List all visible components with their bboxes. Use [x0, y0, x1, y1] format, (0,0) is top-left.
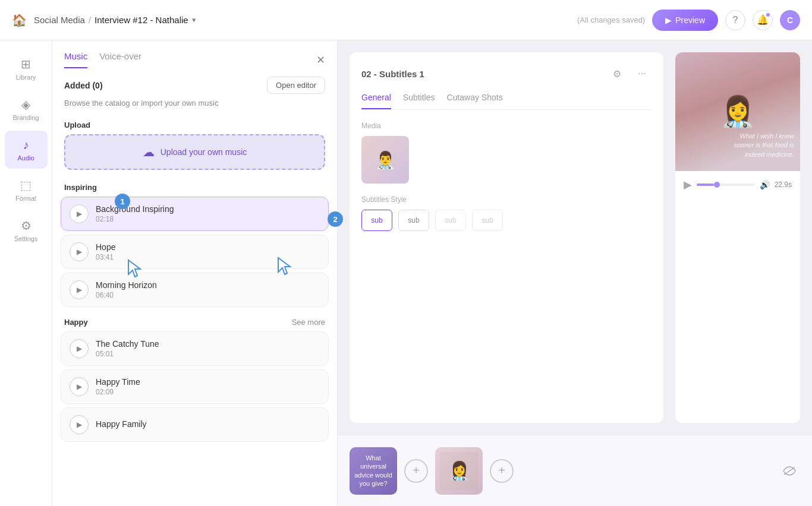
panel-tabs: Music Voice-over — [64, 51, 141, 68]
music-name-hope: Hope — [96, 242, 320, 252]
sidebar-item-format[interactable]: ⬚ Format — [5, 171, 48, 209]
library-icon: ⊞ — [21, 57, 31, 71]
avatar[interactable]: C — [780, 10, 800, 30]
more-options-button[interactable]: ··· — [632, 64, 652, 83]
inspiring-music-list: ▶ Background Inspiring 02:18 ▶ Hope 03:4… — [52, 197, 337, 307]
timeline-add-button-2[interactable]: + — [490, 459, 514, 483]
media-thumbnail[interactable]: 👨‍⚕️ — [361, 136, 409, 184]
happy-section-label: Happy — [64, 318, 88, 327]
tab-subtitles[interactable]: Subtitles — [403, 93, 435, 109]
preview-time: 22.9s — [775, 181, 792, 189]
play-button-happy-time[interactable]: ▶ — [70, 377, 89, 396]
music-info-happy-family: Happy Family — [96, 419, 320, 430]
music-info-morning-horizon: Morning Horizon 06:40 — [96, 280, 320, 299]
preview-play-button[interactable]: ▶ — [684, 178, 692, 191]
music-name-catchy-tune: The Catchy Tune — [96, 339, 320, 349]
play-button-happy-family[interactable]: ▶ — [70, 415, 89, 434]
content-area: 02 - Subtitles 1 ⚙ ··· General Subtitles… — [338, 40, 812, 506]
play-button-background-inspiring[interactable]: ▶ — [70, 204, 89, 223]
content-left-header: 02 - Subtitles 1 ⚙ ··· — [361, 64, 652, 83]
volume-icon[interactable]: 🔊 — [760, 180, 770, 189]
timeline-add-button-1[interactable]: + — [404, 459, 428, 483]
subtitle-options: sub sub sub sub — [361, 210, 652, 231]
notifications-button[interactable]: 🔔 — [753, 10, 773, 30]
open-editor-button[interactable]: Open editor — [267, 77, 325, 94]
sidebar: ⊞ Library ◈ Branding ♪ Audio ⬚ Format ⚙ … — [0, 40, 52, 506]
sidebar-item-audio-label: Audio — [17, 154, 34, 162]
see-more-button[interactable]: See more — [292, 318, 325, 327]
inspiring-section-label: Inspiring — [64, 183, 97, 192]
topbar: 🏠 Social Media / Interview #12 - Nathali… — [0, 0, 812, 40]
sidebar-item-settings[interactable]: ⚙ Settings — [5, 211, 48, 249]
play-button-morning-horizon[interactable]: ▶ — [70, 280, 89, 299]
breadcrumb-current[interactable]: Interview #12 - Nathalie — [95, 15, 188, 25]
subtitle-option-2[interactable]: sub — [398, 210, 429, 231]
timeline: What universal advice would you give? + … — [338, 435, 812, 506]
audio-icon: ♪ — [23, 138, 29, 152]
content-panel-title: 02 - Subtitles 1 — [361, 69, 424, 79]
added-label: Added (0) — [64, 81, 103, 90]
sidebar-item-audio[interactable]: ♪ Audio — [5, 131, 48, 169]
panel-close-button[interactable]: ✕ — [316, 53, 325, 67]
music-name-morning-horizon: Morning Horizon — [96, 280, 320, 290]
tab-general[interactable]: General — [361, 93, 391, 109]
music-item-catchy-tune[interactable]: ▶ The Catchy Tune 05:01 — [61, 331, 329, 366]
music-info-happy-time: Happy Time 02:09 — [96, 377, 320, 396]
subtitle-option-4[interactable]: sub — [472, 210, 503, 231]
music-item-happy-time[interactable]: ▶ Happy Time 02:09 — [61, 369, 329, 404]
play-button-catchy-tune[interactable]: ▶ — [70, 339, 89, 358]
music-name-background-inspiring: Background Inspiring — [96, 204, 320, 214]
music-info-background-inspiring: Background Inspiring 02:18 — [96, 204, 320, 223]
preview-progress-bar[interactable] — [697, 184, 755, 186]
subtitles-style-label: Subtitles Style — [361, 195, 652, 204]
home-icon[interactable]: 🏠 — [12, 13, 27, 27]
tab-cutaway-shots[interactable]: Cutaway Shots — [447, 93, 503, 109]
music-duration-catchy-tune: 05:01 — [96, 350, 320, 358]
step-badge-1: 1 — [115, 194, 130, 209]
preview-progress-fill — [697, 184, 714, 186]
audio-panel: 1 2 Music Voice-over ✕ Added (0) Open ed… — [52, 40, 338, 506]
sidebar-item-format-label: Format — [15, 195, 36, 202]
music-duration-happy-time: 02:09 — [96, 388, 320, 396]
notification-badge — [765, 12, 771, 18]
happy-music-list: ▶ The Catchy Tune 05:01 ▶ Happy Time 02:… — [52, 331, 337, 442]
tab-music[interactable]: Music — [64, 51, 87, 68]
preview-button[interactable]: ▶ Preview — [652, 10, 718, 31]
upload-cloud-icon: ☁ — [143, 145, 155, 159]
settings-gear-button[interactable]: ⚙ — [608, 64, 627, 83]
saved-status: (All changes saved) — [577, 15, 645, 24]
music-section-inspiring: Inspiring — [52, 179, 337, 197]
media-image: 👨‍⚕️ — [361, 136, 409, 184]
music-item-background-inspiring[interactable]: ▶ Background Inspiring 02:18 — [61, 197, 329, 231]
sidebar-item-branding[interactable]: ◈ Branding — [5, 90, 48, 128]
upload-section-title: Upload — [52, 116, 337, 134]
subtitle-option-1[interactable]: sub — [361, 210, 392, 231]
preview-progress-dot — [714, 182, 720, 188]
music-name-happy-family: Happy Family — [96, 419, 320, 429]
subtitle-option-3[interactable]: sub — [435, 210, 466, 231]
chevron-down-icon[interactable]: ▾ — [192, 15, 196, 24]
format-icon: ⬚ — [20, 178, 32, 192]
timeline-thumb-1[interactable]: What universal advice would you give? — [350, 447, 397, 495]
content-left-panel: 02 - Subtitles 1 ⚙ ··· General Subtitles… — [350, 52, 663, 423]
settings-icon: ⚙ — [21, 219, 32, 233]
browse-text: Browse the catalog or import your own mu… — [52, 99, 337, 116]
sidebar-item-library[interactable]: ⊞ Library — [5, 50, 48, 88]
preview-controls: ▶ 🔊 22.9s — [675, 171, 800, 198]
breadcrumb-parent[interactable]: Social Media — [34, 15, 85, 25]
music-item-morning-horizon[interactable]: ▶ Morning Horizon 06:40 — [61, 273, 329, 307]
music-item-hope[interactable]: ▶ Hope 03:41 — [61, 235, 329, 269]
upload-music-button[interactable]: ☁ Upload your own music — [64, 134, 325, 170]
timeline-thumb-2[interactable]: 👩‍⚕️ — [435, 447, 483, 495]
breadcrumb-separator: / — [89, 15, 91, 25]
play-button-hope[interactable]: ▶ — [70, 242, 89, 261]
tab-voiceover[interactable]: Voice-over — [99, 51, 141, 68]
play-icon: ▶ — [665, 15, 672, 25]
help-button[interactable]: ? — [725, 10, 745, 30]
music-item-happy-family[interactable]: ▶ Happy Family — [61, 407, 329, 442]
music-duration-morning-horizon: 06:40 — [96, 291, 320, 299]
visibility-toggle[interactable] — [779, 460, 800, 482]
branding-icon: ◈ — [21, 97, 30, 112]
sidebar-item-settings-label: Settings — [14, 235, 38, 242]
preview-image: 👩‍⚕️ What I wish I knew sooner is that f… — [675, 52, 800, 171]
